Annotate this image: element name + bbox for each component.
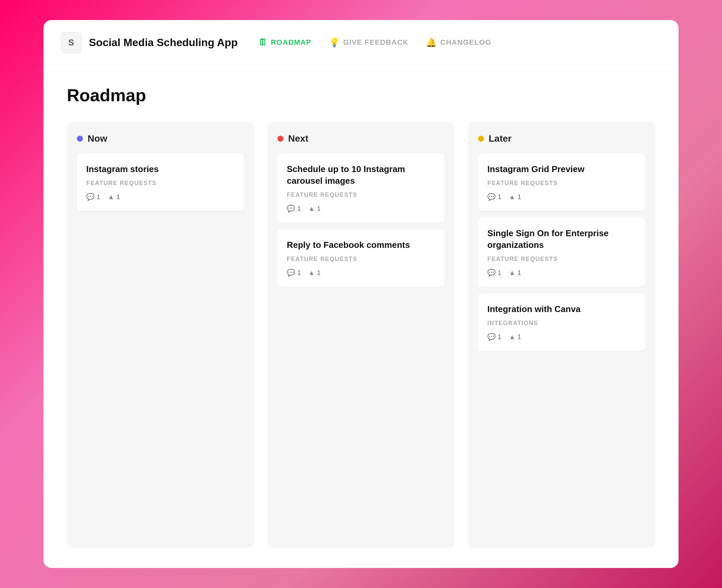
card-meta: 💬1▲1 <box>487 193 636 201</box>
upvote-icon: ▲ <box>509 193 515 201</box>
card-title: Integration with Canva <box>487 303 636 315</box>
brand-icon: S <box>61 32 82 53</box>
calendar-icon: 🗓 <box>259 37 267 48</box>
page-content: Roadmap NowInstagram storiesFEATURE REQU… <box>43 65 679 568</box>
card-category: FEATURE REQUESTS <box>287 256 435 262</box>
nav-links: 🗓 ROADMAP 💡 GIVE FEEDBACK 🔔 CHANGELOG <box>259 37 491 48</box>
page-title: Roadmap <box>67 85 655 105</box>
card-category: FEATURE REQUESTS <box>287 191 435 198</box>
card-title: Instagram stories <box>86 163 235 175</box>
nav-changelog[interactable]: 🔔 CHANGELOG <box>426 37 491 48</box>
brand: S Social Media Scheduling App <box>61 32 238 53</box>
card-next-0[interactable]: Schedule up to 10 Instagram carousel ima… <box>277 153 445 223</box>
upvote-icon: ▲ <box>308 205 315 212</box>
card-next-1[interactable]: Reply to Facebook commentsFEATURE REQUES… <box>277 229 445 287</box>
upvote-count[interactable]: ▲1 <box>108 193 120 201</box>
column-later: LaterInstagram Grid PreviewFEATURE REQUE… <box>468 122 655 548</box>
upvote-count[interactable]: ▲1 <box>509 333 521 341</box>
upvote-count[interactable]: ▲1 <box>509 193 521 201</box>
upvote-icon: ▲ <box>308 269 315 277</box>
columns-container: NowInstagram storiesFEATURE REQUESTS💬1▲1… <box>67 122 655 548</box>
column-title-now: Now <box>87 133 107 144</box>
comment-count: 💬1 <box>86 193 100 201</box>
column-next: NextSchedule up to 10 Instagram carousel… <box>267 122 455 548</box>
card-category: INTEGRATIONS <box>487 320 636 327</box>
column-header-later: Later <box>478 133 645 144</box>
comment-icon: 💬 <box>86 193 95 201</box>
comment-count: 💬1 <box>287 205 301 212</box>
column-title-later: Later <box>489 133 511 144</box>
card-later-1[interactable]: Single Sign On for Enterprise organizati… <box>478 217 645 287</box>
column-header-next: Next <box>277 133 445 144</box>
upvote-count[interactable]: ▲1 <box>509 269 521 277</box>
card-category: FEATURE REQUESTS <box>487 256 636 262</box>
card-title: Schedule up to 10 Instagram carousel ima… <box>287 163 435 187</box>
bell-icon: 🔔 <box>426 37 437 48</box>
comment-icon: 💬 <box>487 269 496 277</box>
upvote-count[interactable]: ▲1 <box>308 269 321 277</box>
column-header-now: Now <box>77 133 244 144</box>
comment-icon: 💬 <box>287 205 295 212</box>
comment-count: 💬1 <box>487 269 501 277</box>
card-category: FEATURE REQUESTS <box>86 180 235 187</box>
card-now-0[interactable]: Instagram storiesFEATURE REQUESTS💬1▲1 <box>77 153 244 211</box>
card-title: Reply to Facebook comments <box>287 239 435 251</box>
comment-icon: 💬 <box>287 269 295 277</box>
column-now: NowInstagram storiesFEATURE REQUESTS💬1▲1 <box>67 122 254 548</box>
column-title-next: Next <box>288 133 309 144</box>
comment-count: 💬1 <box>287 269 301 277</box>
card-meta: 💬1▲1 <box>487 333 636 341</box>
card-meta: 💬1▲1 <box>287 205 435 212</box>
upvote-icon: ▲ <box>108 193 114 201</box>
comment-count: 💬1 <box>487 193 501 201</box>
comment-icon: 💬 <box>487 333 496 341</box>
comment-count: 💬1 <box>487 333 501 341</box>
navbar: S Social Media Scheduling App 🗓 ROADMAP … <box>43 20 679 65</box>
lightbulb-icon: 💡 <box>329 37 340 48</box>
upvote-icon: ▲ <box>509 333 515 341</box>
card-title: Single Sign On for Enterprise organizati… <box>487 228 636 251</box>
status-dot-now <box>77 135 83 142</box>
nav-roadmap[interactable]: 🗓 ROADMAP <box>259 37 311 48</box>
card-later-2[interactable]: Integration with CanvaINTEGRATIONS💬1▲1 <box>478 293 645 351</box>
card-category: FEATURE REQUESTS <box>487 180 636 187</box>
card-meta: 💬1▲1 <box>287 269 435 277</box>
card-meta: 💬1▲1 <box>487 269 636 277</box>
status-dot-next <box>277 135 284 142</box>
nav-feedback[interactable]: 💡 GIVE FEEDBACK <box>329 37 409 48</box>
brand-name: Social Media Scheduling App <box>89 37 238 49</box>
comment-icon: 💬 <box>487 193 496 201</box>
status-dot-later <box>478 135 484 142</box>
upvote-count[interactable]: ▲1 <box>308 205 321 212</box>
upvote-icon: ▲ <box>509 269 515 277</box>
main-container: S Social Media Scheduling App 🗓 ROADMAP … <box>43 20 679 568</box>
card-later-0[interactable]: Instagram Grid PreviewFEATURE REQUESTS💬1… <box>478 153 645 211</box>
card-title: Instagram Grid Preview <box>487 163 636 175</box>
card-meta: 💬1▲1 <box>86 193 235 201</box>
